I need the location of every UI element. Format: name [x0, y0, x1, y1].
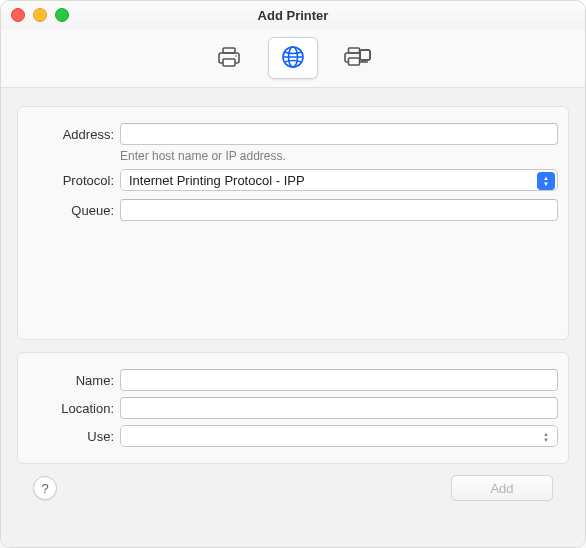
add-button[interactable]: Add [451, 475, 553, 501]
protocol-label: Protocol: [28, 173, 120, 188]
protocol-select[interactable]: Internet Printing Protocol - IPP ▲▼ [120, 169, 558, 191]
globe-icon [280, 44, 306, 73]
location-input[interactable] [120, 397, 558, 419]
details-panel: Name: Location: Use: ▲▼ [17, 352, 569, 464]
name-input[interactable] [120, 369, 558, 391]
footer: ? Add [17, 464, 569, 512]
protocol-value: Internet Printing Protocol - IPP [129, 173, 305, 188]
tab-ip[interactable] [268, 37, 318, 79]
name-label: Name: [28, 373, 120, 388]
titlebar: Add Printer [1, 1, 585, 29]
window-title: Add Printer [258, 8, 329, 23]
svg-rect-8 [349, 48, 360, 53]
help-button[interactable]: ? [33, 476, 57, 500]
window-controls [11, 8, 69, 22]
toolbar [1, 29, 585, 88]
zoom-window-button[interactable] [55, 8, 69, 22]
content-area: Address: Enter host name or IP address. … [1, 88, 585, 547]
svg-rect-2 [223, 59, 235, 66]
svg-rect-1 [223, 48, 235, 53]
svg-point-3 [235, 55, 237, 57]
svg-rect-10 [360, 50, 370, 60]
dropdown-stepper-icon: ▲▼ [537, 428, 555, 446]
address-input[interactable] [120, 123, 558, 145]
printer-icon [216, 45, 242, 72]
tab-default[interactable] [204, 37, 254, 79]
tab-windows[interactable] [332, 37, 382, 79]
use-label: Use: [28, 429, 120, 444]
help-icon: ? [41, 481, 48, 496]
svg-rect-9 [349, 58, 360, 65]
queue-input[interactable] [120, 199, 558, 221]
address-label: Address: [28, 127, 120, 142]
queue-label: Queue: [28, 203, 120, 218]
add-printer-window: Add Printer [0, 0, 586, 548]
connection-panel: Address: Enter host name or IP address. … [17, 106, 569, 340]
minimize-window-button[interactable] [33, 8, 47, 22]
address-hint: Enter host name or IP address. [120, 149, 558, 163]
use-select[interactable]: ▲▼ [120, 425, 558, 447]
shared-printer-icon [342, 45, 372, 72]
location-label: Location: [28, 401, 120, 416]
dropdown-stepper-icon: ▲▼ [537, 172, 555, 190]
close-window-button[interactable] [11, 8, 25, 22]
